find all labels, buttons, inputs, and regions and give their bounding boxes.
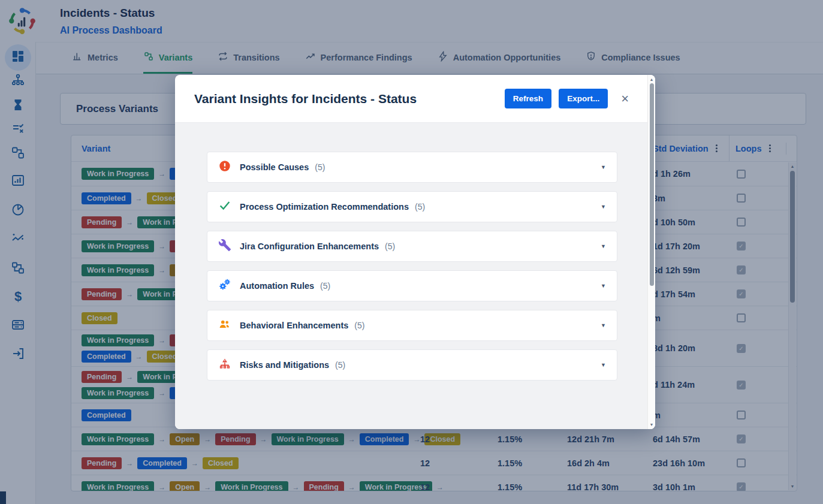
accordion-process-optimization-recommendations[interactable]: Process Optimization Recommendations(5)▼ <box>207 191 617 222</box>
accordion-automation-rules[interactable]: Automation Rules(5)▼ <box>207 270 617 301</box>
accordion-jira-configuration-enhancements[interactable]: Jira Configuration Enhancements(5)▼ <box>207 231 617 262</box>
chevron-down-icon[interactable]: ▼ <box>601 362 606 368</box>
accordion-risks-and-mitigations[interactable]: Risks and Mitigations(5)▼ <box>207 349 617 381</box>
accordion-count: (5) <box>415 202 425 212</box>
chevron-down-icon[interactable]: ▼ <box>601 283 606 289</box>
accordion-label: Behavioral Enhancements <box>240 321 348 330</box>
close-icon[interactable]: × <box>621 92 629 105</box>
modal-header: Variant Insights for Incidents - Status … <box>175 75 655 123</box>
accordion-count: (5) <box>385 242 395 251</box>
alert-circle-icon <box>218 159 231 175</box>
people-icon <box>218 318 231 333</box>
chevron-down-icon[interactable]: ▼ <box>601 204 606 210</box>
refresh-button[interactable]: Refresh <box>505 89 551 108</box>
accordion-count: (5) <box>315 162 325 172</box>
modal-title: Variant Insights for Incidents - Status <box>194 92 498 106</box>
accordion-label: Possible Causes <box>240 162 309 172</box>
chevron-down-icon[interactable]: ▼ <box>601 164 606 170</box>
variant-insights-modal: Variant Insights for Incidents - Status … <box>175 75 655 429</box>
wrench-icon <box>218 239 231 254</box>
accordion-label: Process Optimization Recommendations <box>240 202 409 212</box>
export-button[interactable]: Export... <box>559 89 608 108</box>
modal-scrollbar-thumb[interactable] <box>650 83 654 286</box>
accordion-label: Jira Configuration Enhancements <box>240 242 379 251</box>
modal-body: Possible Causes(5)▼Process Optimization … <box>175 123 655 429</box>
accordion-count: (5) <box>320 281 330 291</box>
check-icon <box>218 199 231 215</box>
scroll-up-icon[interactable]: ▲ <box>648 77 655 82</box>
accordion-count: (5) <box>335 360 345 370</box>
accordion-count: (5) <box>354 321 364 330</box>
accordion-label: Risks and Mitigations <box>240 360 329 370</box>
modal-scrollbar[interactable]: ▲ ▼ <box>647 75 655 429</box>
risk-icon <box>218 357 231 373</box>
chevron-down-icon[interactable]: ▼ <box>601 243 606 249</box>
accordion-label: Automation Rules <box>240 281 314 291</box>
accordion-behavioral-enhancements[interactable]: Behavioral Enhancements(5)▼ <box>207 310 617 341</box>
scroll-down-icon[interactable]: ▼ <box>648 422 655 427</box>
gears-icon <box>218 278 231 294</box>
chevron-down-icon[interactable]: ▼ <box>601 322 606 328</box>
accordion-possible-causes[interactable]: Possible Causes(5)▼ <box>207 152 617 183</box>
